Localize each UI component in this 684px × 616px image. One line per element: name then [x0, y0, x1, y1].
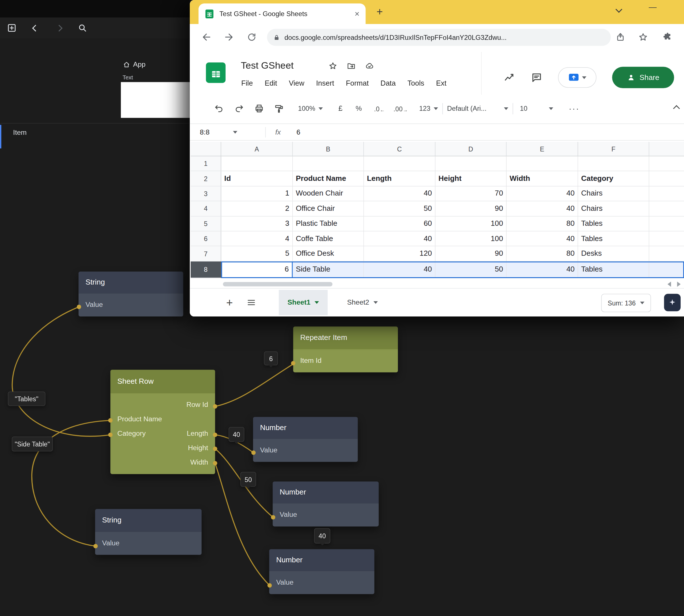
menu-edit[interactable]: Edit [265, 79, 277, 87]
more-toolbar-button[interactable]: ··· [569, 104, 580, 114]
font-size-select[interactable]: 10 [517, 105, 556, 113]
cell[interactable]: Office Chair [293, 201, 364, 216]
address-bar[interactable]: docs.google.com/spreadsheets/d/1D3IRuxIl… [267, 29, 611, 46]
cell[interactable]: 40 [507, 201, 578, 216]
cell[interactable] [435, 156, 507, 171]
canvas-preview[interactable] [121, 82, 190, 118]
reload-button[interactable] [240, 32, 263, 42]
menu-insert[interactable]: Insert [316, 79, 334, 87]
currency-format-button[interactable]: £ [338, 104, 343, 113]
cell[interactable] [649, 246, 684, 261]
node-repeater-item[interactable]: Repeater Item Item Id [293, 327, 398, 372]
bookmark-star-icon[interactable] [638, 32, 648, 42]
port-row-category-length[interactable]: Category Length [110, 426, 215, 441]
comments-icon[interactable] [531, 72, 542, 83]
node-number-3[interactable]: Number Value [269, 549, 374, 594]
item-tree-label[interactable]: Item [13, 129, 26, 137]
cell[interactable]: 40 [507, 232, 578, 246]
port-row-id[interactable]: Row Id [110, 397, 215, 412]
cell[interactable] [649, 156, 684, 171]
node-string-1[interactable]: String Value [78, 271, 183, 316]
meet-present-button[interactable] [558, 67, 596, 88]
share-button[interactable]: Share [612, 67, 674, 88]
percent-format-button[interactable]: % [356, 105, 362, 113]
row-header[interactable]: 3 [191, 186, 221, 201]
print-button[interactable] [254, 104, 264, 114]
cell[interactable] [649, 261, 684, 278]
port-width[interactable]: Width [110, 455, 215, 469]
cell[interactable]: 4 [221, 232, 293, 246]
star-document-icon[interactable] [328, 62, 337, 70]
cell[interactable]: 2 [221, 201, 293, 216]
extensions-icon[interactable] [663, 32, 672, 42]
cell[interactable] [649, 171, 684, 186]
menu-format[interactable]: Format [346, 79, 369, 87]
name-box[interactable]: 8:8 [190, 128, 265, 136]
node-number-1[interactable]: Number Value [253, 417, 358, 462]
cell[interactable]: Category [578, 171, 649, 186]
scroll-left-icon[interactable] [668, 282, 671, 287]
row-header[interactable]: 7 [191, 246, 221, 261]
search-button[interactable] [71, 23, 94, 33]
explore-button[interactable] [664, 294, 681, 311]
column-header-e[interactable]: E [507, 142, 578, 156]
cell[interactable]: 50 [364, 201, 435, 216]
port-product-name[interactable]: Product Name [110, 412, 215, 426]
menu-file[interactable]: File [241, 79, 253, 87]
cell[interactable]: 50 [435, 261, 507, 278]
port-value[interactable]: Value [253, 443, 358, 457]
window-minimize-button[interactable]: — [649, 3, 657, 12]
port-length[interactable]: Length [187, 429, 208, 437]
port-item-id[interactable]: Item Id [293, 353, 398, 368]
cell[interactable] [649, 201, 684, 216]
cell[interactable]: 40 [364, 186, 435, 201]
cell[interactable]: 100 [435, 217, 507, 232]
row-header[interactable]: 4 [191, 201, 221, 216]
cell[interactable]: Plastic Table [293, 217, 364, 232]
back-button[interactable] [195, 32, 218, 42]
horizontal-scrollbar[interactable] [223, 282, 333, 286]
row-header[interactable]: 2 [191, 171, 221, 186]
column-header-f[interactable]: F [578, 142, 649, 156]
cell[interactable]: 120 [364, 246, 435, 261]
cell[interactable]: 80 [507, 246, 578, 261]
cell[interactable]: Length [364, 171, 435, 186]
cell[interactable]: Coffe Table [293, 232, 364, 246]
cell[interactable]: 60 [364, 217, 435, 232]
cell[interactable]: 5 [221, 246, 293, 261]
cell[interactable]: 1 [221, 186, 293, 201]
cell[interactable]: 80 [507, 217, 578, 232]
app-breadcrumb[interactable]: App [123, 61, 146, 69]
cell[interactable]: Id [221, 171, 293, 186]
cell[interactable]: 40 [507, 261, 578, 278]
cell[interactable]: Chairs [578, 186, 649, 201]
cell[interactable] [364, 156, 435, 171]
cell[interactable]: Tables [578, 261, 649, 278]
menu-data[interactable]: Data [381, 79, 396, 87]
port-value[interactable]: Value [78, 297, 183, 312]
cell[interactable] [578, 156, 649, 171]
move-folder-icon[interactable] [347, 62, 356, 70]
node-number-2[interactable]: Number Value [273, 482, 379, 526]
sheet-tab-sheet1[interactable]: Sheet1 [279, 290, 328, 315]
menu-view[interactable]: View [289, 79, 304, 87]
cell[interactable] [649, 217, 684, 232]
row-header[interactable]: 1 [191, 156, 221, 171]
cell[interactable]: Tables [578, 217, 649, 232]
cell[interactable]: Office Desk [293, 246, 364, 261]
zoom-select[interactable]: 100% [298, 105, 323, 113]
cell[interactable] [507, 156, 578, 171]
row-header[interactable]: 6 [191, 232, 221, 246]
column-header-b[interactable]: B [293, 142, 364, 156]
column-header-a[interactable]: A [221, 142, 293, 156]
select-all-corner[interactable] [191, 142, 221, 156]
insights-icon[interactable] [504, 72, 515, 83]
cell[interactable]: Wooden Chair [293, 186, 364, 201]
text-component-label[interactable]: Text [122, 74, 133, 81]
cell[interactable]: Height [435, 171, 507, 186]
sum-badge[interactable]: Sum: 136 [601, 294, 651, 312]
browser-tab[interactable]: Test GSheet - Google Sheets × [199, 3, 366, 24]
row-header-selected[interactable]: 8 [191, 261, 221, 278]
cell[interactable]: Side Table [293, 261, 364, 278]
tab-close-button[interactable]: × [355, 9, 360, 19]
